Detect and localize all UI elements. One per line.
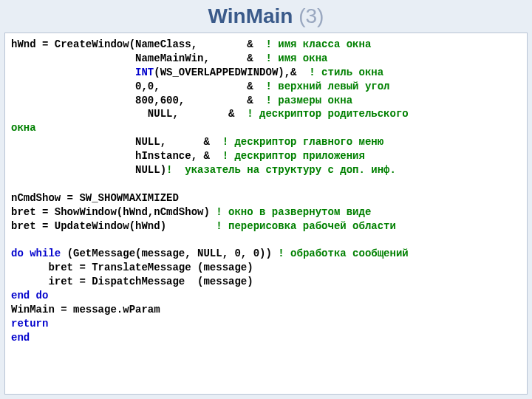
code-line: bret = TranslateMessage (message) [11, 262, 253, 273]
title-main: WinMain [208, 4, 293, 27]
code-comment: окна [11, 122, 36, 134]
code-line: iret = DispatchMessage (message) [11, 276, 253, 287]
code-line: (WS_OVERLAPPEDWINDOW),& [154, 66, 303, 78]
code-line: NameMainWin, & [11, 52, 259, 64]
code-comment: ! имя класса окна [259, 38, 371, 50]
code-comment: ! дескриптор приложения [216, 150, 365, 162]
code-comment: ! размеры окна [259, 95, 352, 106]
code-line: bret = ShowWindow(hWnd,nCmdShow) [11, 206, 216, 218]
code-line: WinMain = message.wParam [11, 304, 160, 316]
code-comment: ! дескриптор родительского [241, 108, 409, 120]
code-line: NULL) [11, 164, 166, 176]
code-line: NULL, & [11, 136, 216, 148]
code-keyword: end [11, 332, 30, 344]
code-comment: ! имя окна [259, 52, 327, 64]
code-block: hWnd = CreateWindow(NameClass, & ! имя к… [4, 33, 528, 395]
slide: WinMain (3) hWnd = CreateWindow(NameClas… [0, 0, 532, 399]
code-line: NULL, & [11, 108, 241, 120]
code-line [11, 66, 135, 78]
code-line: hInstance, & [11, 150, 216, 162]
code-comment: ! перерисовка рабочей области [216, 220, 396, 232]
code-line: 800,600, & [11, 95, 259, 106]
code-line: nCmdShow = SW_SHOWMAXIMIZED [11, 192, 179, 204]
code-keyword: do while [11, 248, 67, 259]
code-comment: ! обработка сообщений [278, 248, 408, 259]
code-comment: ! указатель на структуру с доп. инф. [166, 164, 396, 176]
title-sub: (3) [293, 4, 324, 27]
code-comment: ! верхний левый угол [259, 81, 389, 92]
code-keyword: INT [135, 66, 154, 78]
code-keyword: end do [11, 290, 48, 301]
code-line: hWnd = CreateWindow(NameClass, & [11, 38, 259, 50]
code-line: (GetMessage(message, NULL, 0, 0)) [67, 248, 279, 259]
code-comment: ! дескриптор главного меню [216, 136, 383, 148]
code-line: bret = UpdateWindow(hWnd) [11, 220, 216, 232]
code-keyword: return [11, 318, 48, 330]
code-comment: ! стиль окна [303, 66, 383, 78]
code-line: 0,0, & [11, 81, 259, 92]
code-comment: ! окно в развернутом виде [216, 206, 371, 218]
slide-title: WinMain (3) [0, 0, 532, 31]
